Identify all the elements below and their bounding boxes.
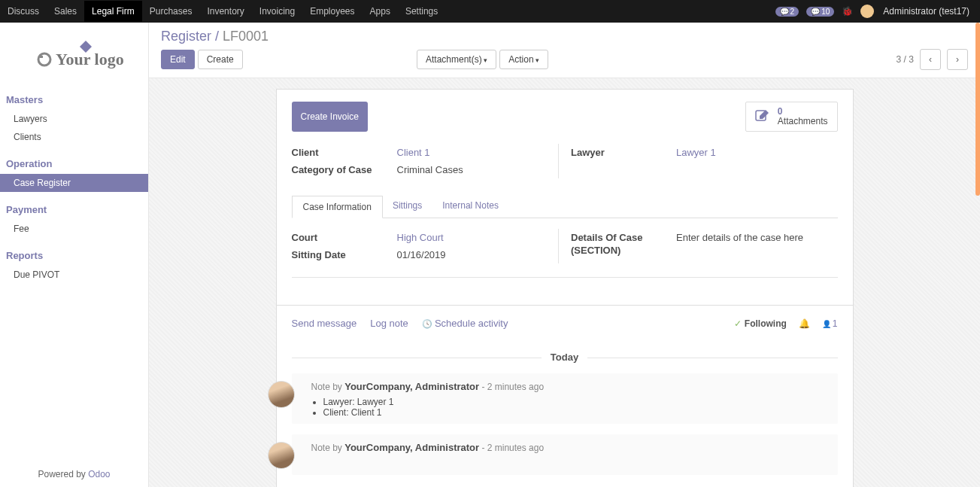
message: Note by YourCompany, Administrator - 2 m… [292,434,838,475]
top-right: 💬2 💬10 🐞 Administrator (test17) [775,5,980,18]
value-details: Enter details of the case here [676,232,838,257]
sidebar-lawyers[interactable]: Lawyers [0,110,148,128]
create-invoice-button[interactable]: Create Invoice [292,102,368,132]
value-client[interactable]: Client 1 [397,147,559,158]
chat-badge[interactable]: 💬2 [775,7,799,17]
date-sep-label: Today [542,352,587,363]
bug-icon[interactable]: 🐞 [842,6,853,17]
breadcrumb-current: LF0001 [223,29,269,44]
message-header: Note by YourCompany, Administrator - 2 m… [311,442,829,453]
breadcrumb-sep: / [211,29,223,44]
tab-sittings[interactable]: Sittings [382,195,432,218]
section-operation[interactable]: Operation [0,154,148,174]
value-category: Criminal Cases [397,164,559,175]
nav-inventory[interactable]: Inventory [199,1,251,22]
edit-button[interactable]: Edit [161,50,195,69]
tab-case-information[interactable]: Case Information [292,196,383,218]
message: Note by YourCompany, Administrator - 2 m… [292,373,838,424]
message-line: Lawyer: Lawyer 1 [323,397,829,407]
label-details: Details Of Case (SECTION) [571,232,676,257]
content: Register / LF0001 Edit Create Attachment… [149,23,980,487]
avatar[interactable] [860,5,874,18]
log-note[interactable]: Log note [370,318,408,329]
bell-icon[interactable]: 🔔 [799,318,810,329]
sidebar-fee[interactable]: Fee [0,220,148,238]
scrollbar-thumb[interactable] [975,23,980,196]
message-header: Note by YourCompany, Administrator - 2 m… [311,381,829,392]
powered-link[interactable]: Odoo [88,469,110,479]
schedule-activity[interactable]: Schedule activity [422,318,508,329]
value-sitting-date: 01/16/2019 [397,249,559,260]
user-name[interactable]: Administrator (test17) [883,6,969,17]
sidebar-due-pivot[interactable]: Due PIVOT [0,266,148,284]
attachments-box[interactable]: 0 Attachments [745,102,838,132]
section-reports[interactable]: Reports [0,245,148,266]
following-label: Following [745,318,787,329]
svg-point-0 [38,53,50,65]
section-masters[interactable]: Masters [0,90,148,110]
powered-prefix: Powered by [38,469,88,479]
message-line: Client: Client 1 [323,407,829,418]
value-court[interactable]: High Court [397,232,559,243]
nav-discuss[interactable]: Discuss [0,1,47,22]
label-sitting-date: Sitting Date [292,249,397,260]
pager-prev[interactable]: ‹ [920,49,941,70]
label-lawyer: Lawyer [571,147,676,158]
form-sheet: Create Invoice 0 Attachments [276,89,854,306]
inbox-badge[interactable]: 💬10 [806,7,834,17]
top-nav: Discuss Sales Legal Firm Purchases Inven… [0,0,980,23]
breadcrumb-parent[interactable]: Register [161,29,211,44]
powered-by: Powered by Odoo [0,461,148,487]
date-separator: Today [292,352,838,363]
pager-text: 3 / 3 [897,54,914,65]
chatter: Send message Log note Schedule activity … [276,306,854,487]
control-bar: Register / LF0001 Edit Create Attachment… [149,23,980,78]
message-prefix: Note by [311,382,345,392]
message-time: - 2 minutes ago [479,443,544,453]
top-menu: Discuss Sales Legal Firm Purchases Inven… [0,1,445,22]
attachments-dropdown[interactable]: Attachment(s) [417,50,496,69]
label-client: Client [292,147,397,158]
followers-count[interactable]: 1 [822,318,838,329]
logo[interactable]: Your logo [0,23,148,87]
nav-apps[interactable]: Apps [363,1,398,22]
chat-count: 2 [790,8,795,16]
pager-next[interactable]: › [947,49,968,70]
attachment-icon [755,108,770,126]
nav-invoicing[interactable]: Invoicing [252,1,302,22]
following-button[interactable]: Following [734,318,786,329]
action-dropdown[interactable]: Action [499,50,548,69]
value-lawyer[interactable]: Lawyer 1 [676,147,838,158]
sidebar-clients[interactable]: Clients [0,128,148,146]
message-avatar [268,381,295,408]
message-avatar [268,442,295,469]
message-prefix: Note by [311,443,345,453]
tab-internal-notes[interactable]: Internal Notes [432,195,509,218]
nav-settings[interactable]: Settings [398,1,445,22]
pager: 3 / 3 ‹ › [897,49,968,70]
create-button[interactable]: Create [198,50,243,69]
nav-sales[interactable]: Sales [47,1,84,22]
sidebar-case-register[interactable]: Case Register [0,174,148,192]
inbox-count: 10 [821,8,830,16]
sidebar: Your logo Masters Lawyers Clients Operat… [0,23,149,487]
nav-employees[interactable]: Employees [302,1,362,22]
message-author[interactable]: YourCompany, Administrator [344,381,479,392]
svg-text:Your logo: Your logo [56,50,124,68]
sheet-background: Create Invoice 0 Attachments [149,78,980,487]
attachment-label: Attachments [778,117,828,126]
nav-purchases[interactable]: Purchases [142,1,200,22]
send-message[interactable]: Send message [292,318,357,329]
label-court: Court [292,232,397,243]
label-category: Category of Case [292,164,397,175]
svg-rect-1 [40,56,43,58]
nav-legal-firm[interactable]: Legal Firm [84,1,142,22]
message-author[interactable]: YourCompany, Administrator [344,442,479,453]
section-payment[interactable]: Payment [0,199,148,220]
breadcrumb: Register / LF0001 [161,29,968,44]
tabs: Case Information Sittings Internal Notes [292,195,838,218]
message-time: - 2 minutes ago [479,382,544,392]
